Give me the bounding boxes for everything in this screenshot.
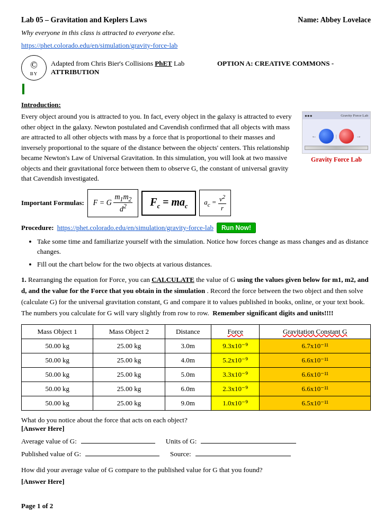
cell-m2: 25.00 kg [93,367,165,382]
cell-m2: 25.00 kg [93,382,165,396]
cell-g: 6.6x10⁻¹¹ [260,353,371,367]
procedure-bullets: Take some time and familiarize yourself … [37,236,371,270]
published-g-label: Published value of G: [21,450,81,458]
formula-3: ac = v2 r [199,190,231,216]
avg-g-label: Average value of G: [21,437,77,446]
cell-g: 6.6x10⁻¹¹ [260,367,371,382]
table-header-row: Mass Object 1 Mass Object 2 Distance For… [22,324,371,339]
cell-m1: 50.00 kg [22,339,93,353]
col-header-m2: Mass Object 2 [93,324,165,339]
units-g-label: Units of G: [166,437,197,446]
question-1-block: 1. Rearranging the equation for Force, y… [21,274,371,318]
cell-m1: 50.00 kg [22,367,93,382]
tagline: Why everyone in this class is attracted … [21,29,371,37]
cell-force: 3.3x10⁻⁹ [211,367,260,382]
title-text: Lab 05 – Gravitation and Keplers Laws [21,16,147,24]
cell-m2: 25.00 kg [93,396,165,410]
cell-d: 4.0m [165,353,211,367]
avg-units-row: Average value of G: Units of G: [21,437,371,446]
lab-title: Lab 05 – Gravitation and Keplers Laws [21,16,147,24]
cell-m2: 25.00 kg [93,339,165,353]
table-row: 50.00 kg 25.00 kg 6.0m 2.3x10⁻⁹ 6.6x10⁻¹… [22,382,371,396]
cell-d: 3.0m [165,339,211,353]
attribution-text: Adapted from Chris Bier's Collisions PhE… [51,59,371,76]
data-table: Mass Object 1 Mass Object 2 Distance For… [21,324,371,411]
cell-force: 1.0x10⁻⁹ [211,396,260,410]
cell-m1: 50.00 kg [22,396,93,410]
compare-question: How did your average value of G compare … [21,466,371,474]
cell-force: 2.3x10⁻⁹ [211,382,260,396]
phet-link[interactable]: https://phet.colorado.edu/en/simulation/… [21,41,177,49]
col-header-g: Gravitation Constant G [260,324,371,339]
procedure-row: Procedure: https://phet.colorado.edu/en/… [21,223,371,233]
table-row: 50.00 kg 25.00 kg 3.0m 9.3x10⁻⁹ 6.7x10⁻¹… [22,339,371,353]
intro-title: Introduction: [21,101,371,109]
cc-badge: © BY [21,55,47,81]
col-header-d: Distance [165,324,211,339]
cell-g: 6.5x10⁻¹¹ [260,396,371,410]
notice-question-text: What do you notice about the force that … [21,416,371,424]
procedure-label: Procedure: [21,224,54,232]
col-header-m1: Mass Object 1 [22,324,93,339]
source-fill[interactable] [195,456,291,456]
notice-answer: [Answer Here] [21,424,371,433]
run-now-button[interactable]: Run Now! [217,223,256,233]
compare-question-block: How did your average value of G compare … [21,466,371,486]
procedure-bullet-1: Take some time and familiarize yourself … [37,236,371,257]
notice-question-block: What do you notice about the force that … [21,416,371,433]
units-g-col: Units of G: [166,437,297,446]
gravity-sim-image: ●●●Gravity Force Lab ← | → Gravity Force… [302,111,371,184]
green-bar [22,84,24,94]
cell-d: 6.0m [165,382,211,396]
gravity-lab-label: Gravity Force Lab [302,156,371,164]
cell-force: 9.3x10⁻⁹ [211,339,260,353]
table-row: 50.00 kg 25.00 kg 4.0m 5.2x10⁻⁹ 6.6x10⁻¹… [22,353,371,367]
published-g-col: Published value of G: [21,450,159,458]
compare-answer: [Answer Here] [21,477,371,486]
student-name: Name: Abbey Lovelace [298,16,371,24]
cell-g: 6.7x10⁻¹¹ [260,339,371,353]
avg-g-col: Average value of G: [21,437,155,446]
formulas-row: Important Formulas: F = G m1m2 d2 Fc = m… [21,189,371,217]
formula-1: F = G m1m2 d2 [87,189,139,217]
table-row: 50.00 kg 25.00 kg 5.0m 3.3x10⁻⁹ 6.6x10⁻¹… [22,367,371,382]
formula-2: Fc = mac [141,191,196,216]
source-label: Source: [170,450,191,458]
published-g-fill[interactable] [85,456,159,456]
page-number: Page 1 of 2 [21,502,371,510]
cell-d: 9.0m [165,396,211,410]
intro-text: Every object around you is attracted to … [21,111,296,184]
source-col: Source: [170,450,291,458]
cell-d: 5.0m [165,367,211,382]
cell-force: 5.2x10⁻⁹ [211,353,260,367]
cell-m1: 50.00 kg [22,382,93,396]
avg-g-fill[interactable] [81,443,155,444]
procedure-link[interactable]: https://phet.colorado.edu/en/simulation/… [57,224,213,232]
col-header-force: Force [211,324,260,339]
cell-m1: 50.00 kg [22,353,93,367]
published-source-row: Published value of G: Source: [21,450,371,458]
units-g-fill[interactable] [201,443,296,444]
cell-m2: 25.00 kg [93,353,165,367]
cell-g: 6.6x10⁻¹¹ [260,382,371,396]
table-row: 50.00 kg 25.00 kg 9.0m 1.0x10⁻⁹ 6.5x10⁻¹… [22,396,371,410]
procedure-bullet-2: Fill out the chart below for the two obj… [37,259,371,270]
